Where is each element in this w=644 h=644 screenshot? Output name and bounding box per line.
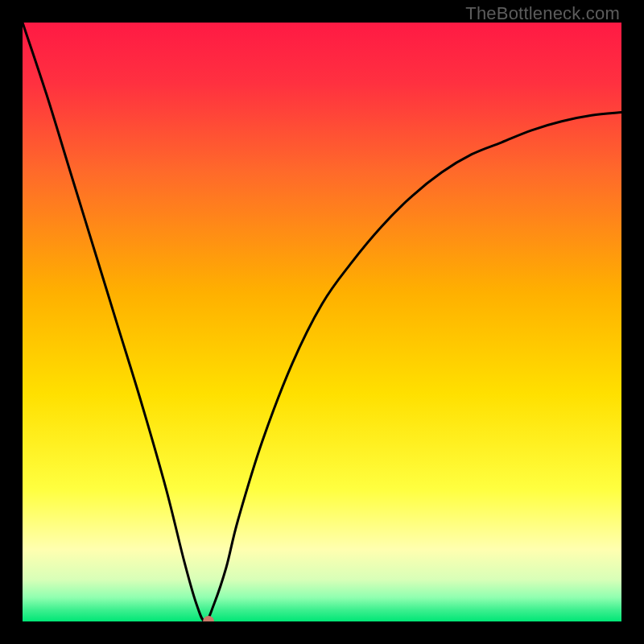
chart-frame: TheBottleneck.com <box>0 0 644 644</box>
bottleneck-curve <box>23 23 621 621</box>
attribution-label: TheBottleneck.com <box>465 3 620 24</box>
optimal-point-marker <box>203 616 214 621</box>
plot-area <box>23 23 621 621</box>
